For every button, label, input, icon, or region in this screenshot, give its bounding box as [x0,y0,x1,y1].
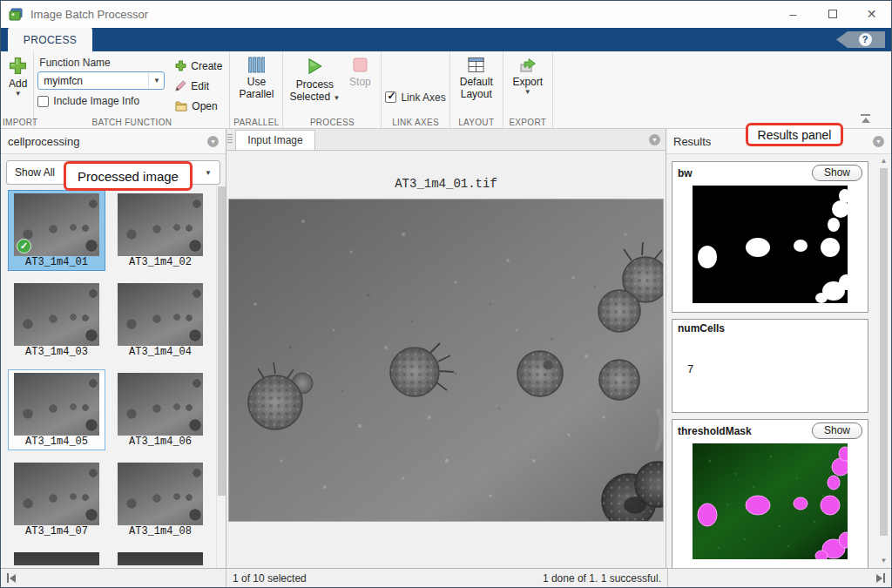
link-axes-control[interactable]: ✓ Link Axes [385,91,445,104]
thumbnail-label: AT3_1m4_05 [9,436,105,449]
thumbnail-image[interactable]: ✓ [118,552,203,566]
process-selected-label: Process Selected [289,78,334,103]
thumbnail-image[interactable]: ✓ [14,463,99,525]
collapse-right-panel-button[interactable] [876,573,885,583]
chevron-down-icon: ▼ [153,77,160,84]
scroll-down-icon[interactable]: ▼ [878,556,889,566]
show-thresholdmask-button[interactable]: Show [812,422,862,439]
results-scrollbar-thumb[interactable] [880,168,888,536]
help-icon: ? [859,33,872,46]
chevron-down-icon: ▼ [524,88,531,96]
section-link-axes: ✓ Link Axes LINK AXES [382,51,449,128]
open-button[interactable]: Open [172,97,226,115]
statusbar-left [1,569,226,587]
add-button[interactable]: Add ▼ [6,55,30,99]
panel-menu-icon[interactable]: ▼ [873,136,884,147]
thumbnail[interactable]: ✓ AT3_1m4_03 [8,280,105,361]
collapse-left-panel-button[interactable] [7,573,16,583]
input-image-panel: Input Image ▼ AT3_1m4_01.tif [226,129,666,568]
create-button[interactable]: Create [172,57,226,75]
create-label: Create [191,60,222,72]
thumbnail-image[interactable]: ✓ [118,373,203,436]
bw-image[interactable] [693,186,848,303]
thumbnail[interactable]: ✓ AT3_1m4_05 [8,369,105,450]
thumbnail-label: AT3_1m4_02 [112,256,208,269]
process-status: 1 done of 1. 1 successful. [543,572,661,585]
app-icon [8,7,24,23]
thumbnail-image[interactable]: ✓ [14,193,99,256]
thumbnail[interactable]: ✓ AT3_1m4_07 [8,459,105,540]
panel-menu-icon[interactable]: ▼ [649,134,660,145]
thumbnail-label: AT3_1m4_03 [9,346,105,359]
thumbnail-image[interactable]: ✓ [118,193,203,256]
thumbnail-image[interactable]: ✓ [14,283,99,346]
thumbnail[interactable]: ✓ [8,549,105,566]
tab-process[interactable]: PROCESS [8,28,92,51]
section-label-parallel: PARALLEL [230,118,282,127]
thumbnail-image[interactable]: ✓ [14,552,99,566]
function-name-dropdown-button[interactable]: ▼ [148,72,164,89]
section-layout: Default Layout LAYOUT [450,51,503,128]
use-parallel-button[interactable]: Use Parallel [233,55,279,102]
export-icon [519,57,537,73]
default-layout-label: Default Layout [456,76,497,100]
results-panel: Results ▼ bw Show [666,129,891,568]
input-image-title: AT3_1m4_01.tif [226,177,666,191]
function-name-value: myimfcn [38,75,148,87]
stop-button[interactable]: Stop [342,55,377,90]
section-label-export: EXPORT [503,118,552,127]
function-name-combobox[interactable]: myimfcn ▼ [37,71,165,90]
section-label-layout: LAYOUT [450,118,503,127]
panel-menu-icon[interactable]: ▼ [207,136,219,147]
statusbar-right [668,569,891,587]
section-batch-function: Function Name myimfcn ▼ ✓ Include Image … [34,51,230,128]
include-image-info-checkbox[interactable]: ✓ [37,96,49,107]
use-parallel-label: Use Parallel [236,76,276,100]
thumbnail-image[interactable]: ✓ [118,463,203,525]
section-label-import: IMPORT [3,118,33,127]
statusbar-center: 1 of 10 selected 1 done of 1. 1 successf… [226,569,668,587]
cell-right [599,360,639,400]
section-process: Process Selected ▼ Stop PROCESS [283,51,382,128]
open-label: Open [192,100,217,112]
thumbnail-image[interactable]: ✓ [118,283,203,346]
collapse-ribbon-button[interactable] [861,114,870,123]
thresholdmask-image[interactable] [693,443,848,559]
maximize-button[interactable] [813,1,852,27]
results-list: bw Show [666,154,891,568]
close-button[interactable]: ✕ [852,1,891,27]
image-browser-header: cellprocessing ▼ [1,129,226,154]
link-axes-checkbox[interactable]: ✓ [385,91,396,103]
thumbnail[interactable]: ✓ AT3_1m4_02 [112,190,209,271]
section-export: Export ▼ EXPORT [503,51,553,128]
left-scrollbar-thumb[interactable] [218,186,226,496]
stop-label: Stop [349,76,371,88]
splitter-grip[interactable] [227,133,234,145]
left-scrollbar[interactable] [216,185,226,568]
scroll-up-icon[interactable]: ▲ [878,156,889,166]
window-title: Image Batch Processor [30,8,148,21]
input-image[interactable] [228,199,664,522]
thumbnail[interactable]: ✓ AT3_1m4_08 [112,459,209,540]
cell-right-center [517,351,563,396]
help-button[interactable]: ? [836,31,885,48]
default-layout-button[interactable]: Default Layout [454,55,499,102]
process-selected-button[interactable]: Process Selected ▼ [287,55,342,106]
thumbnail-image[interactable]: ✓ [14,373,99,436]
check-icon: ✓ [387,90,395,102]
section-label-batch-function: BATCH FUNCTION [34,118,229,127]
folder-icon [175,100,187,112]
tab-input-image[interactable]: Input Image [235,130,315,150]
thumbnail[interactable]: ✓ AT3_1m4_04 [112,280,209,361]
thumbnail[interactable]: ✓ [112,549,209,566]
results-scrollbar[interactable]: ▲ ▼ [878,156,889,566]
callout-processed-image: Processed image [64,161,193,191]
export-button[interactable]: Export ▼ [507,55,549,98]
app-window: Image Batch Processor – ✕ PROCESS ? Add … [0,0,892,588]
result-card-thresholdmask: thresholdMask Show [672,419,868,568]
show-bw-button[interactable]: Show [812,165,862,181]
thumbnail[interactable]: ✓ AT3_1m4_06 [112,369,209,450]
thumbnail[interactable]: ✓ AT3_1m4_01 [8,190,105,271]
minimize-button[interactable]: – [774,1,813,27]
edit-button[interactable]: Edit [172,77,226,95]
